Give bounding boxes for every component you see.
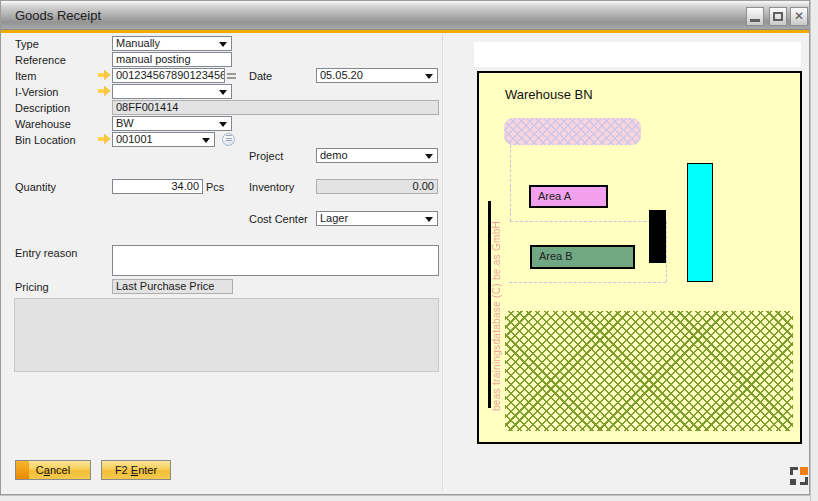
quantity-value: 34.00 [171,180,199,192]
detail-panel [14,298,439,372]
accent-line [1,30,809,33]
maximize-button[interactable] [769,7,787,26]
project-value: demo [320,149,348,161]
expand-icon-square [790,479,796,485]
map-title: Warehouse BN [505,87,593,102]
quantity-label: Quantity [15,181,56,193]
route-dash-vertical [510,145,511,221]
window-bottom-edge [0,495,810,501]
link-arrow-icon[interactable] [97,134,111,144]
link-arrow-icon[interactable] [97,70,111,80]
quantity-input[interactable]: 34.00 [112,179,203,194]
staging-zone[interactable] [504,118,641,145]
date-label: Date [249,70,272,82]
inventory-value: 0.00 [413,180,434,192]
warehouse-select[interactable]: BW [112,116,232,131]
bin-location-label: Bin Location [15,134,76,146]
description-value: 08FF001414 [116,101,178,113]
chevron-down-icon [425,154,433,159]
expand-icon [790,467,798,475]
area-a-bin[interactable]: Area A [529,185,608,208]
expand-icon-orange-square [800,467,808,475]
description-label: Description [15,102,70,114]
chevron-down-icon [202,138,210,143]
type-select[interactable]: Manually [112,36,232,51]
blocked-hatch-zone [505,311,793,431]
link-arrow-icon[interactable] [97,86,111,96]
f2-enter-button[interactable]: F2 Enter [101,460,171,480]
warehouse-map[interactable]: Warehouse BN Area A Area B beas training… [477,71,802,444]
entry-reason-input[interactable] [112,245,439,276]
i-version-select[interactable] [112,84,232,99]
chevron-down-icon [425,74,433,79]
reference-value: manual posting [116,53,191,65]
expand-icon [800,477,808,485]
goods-receipt-window: Goods Receipt ✕ Type Manually Reference … [0,0,810,495]
focus-stripe [16,461,29,479]
bin-location-combo[interactable]: 001001 [112,132,215,147]
area-b-bin[interactable]: Area B [530,245,635,269]
project-select[interactable]: demo [316,148,438,163]
warehouse-value: BW [116,117,134,129]
inventory-label: Inventory [249,181,294,193]
date-value: 05.05.20 [320,69,363,81]
titlebar[interactable]: Goods Receipt ✕ [1,1,809,30]
pricing-value: Last Purchase Price [116,280,214,292]
inventory-field: 0.00 [316,179,438,194]
description-field: 08FF001414 [112,100,439,115]
route-dash-vertical [666,221,667,282]
area-a-label: Area A [538,190,571,202]
project-label: Project [249,150,283,162]
cost-center-select[interactable]: Lager [316,211,438,226]
enter-label-rest: nter [138,464,157,476]
pricing-label: Pricing [15,281,49,293]
reference-input[interactable]: manual posting [112,52,232,67]
rack-block [687,163,713,282]
date-select[interactable]: 05.05.20 [316,68,438,83]
minimize-button[interactable] [746,7,764,26]
item-value: 001234567890123456790 [116,69,225,81]
map-header-strip [474,42,801,67]
panel-divider [442,34,443,490]
route-dash-horizontal [509,282,666,283]
minimize-icon [750,19,760,22]
chevron-down-icon [425,217,433,222]
type-value: Manually [116,37,160,49]
quantity-unit: Pcs [206,181,224,193]
window-title: Goods Receipt [15,8,101,23]
chevron-down-icon [219,42,227,47]
expand-form-button[interactable] [790,467,808,485]
item-input[interactable]: 001234567890123456790 [112,68,225,83]
cost-center-value: Lager [320,212,348,224]
bin-location-value: 001001 [116,133,153,145]
window-right-edge [810,0,818,501]
cancel-button[interactable]: Cancel [15,460,91,480]
reference-label: Reference [15,54,66,66]
pricing-field: Last Purchase Price [112,279,233,294]
entry-reason-label: Entry reason [15,247,77,259]
cancel-label-rest: ncel [50,464,70,476]
type-label: Type [15,38,39,50]
cost-center-label: Cost Center [249,213,308,225]
warehouse-label: Warehouse [15,118,71,130]
i-version-label: I-Version [15,86,58,98]
route-dash-horizontal [510,221,666,222]
bin-location-list-icon[interactable]: ☰ [222,133,235,146]
area-b-label: Area B [539,250,573,262]
watermark-text: beas trainingsdatabase (C) be.as GmbH [491,251,502,411]
cancel-label: C [36,464,44,476]
close-button[interactable]: ✕ [790,7,808,26]
chevron-down-icon [219,90,227,95]
enter-label: F2 [115,464,131,476]
chevron-down-icon [219,122,227,127]
item-label: Item [15,70,36,82]
close-icon: ✕ [791,9,807,23]
maximize-icon [773,12,783,21]
item-overflow-icon[interactable] [227,73,236,79]
pillar-block [649,210,666,263]
